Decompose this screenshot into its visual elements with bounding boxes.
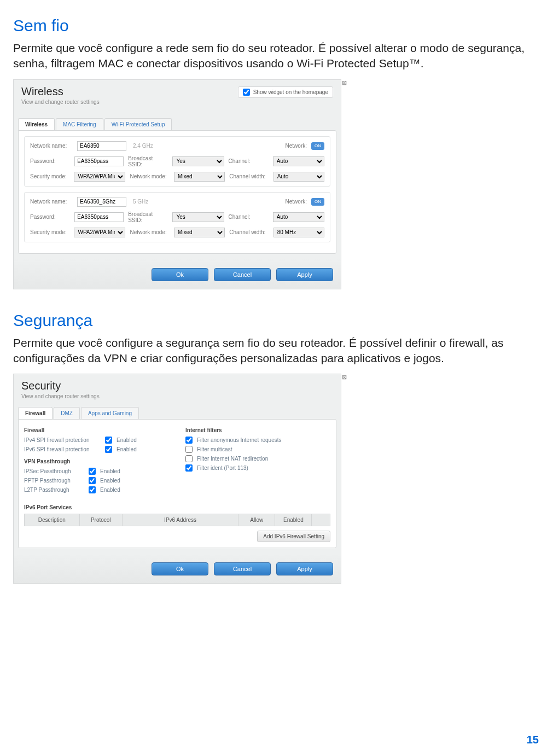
apply-button[interactable]: Apply xyxy=(276,562,333,575)
select-width-5[interactable]: 80 MHz xyxy=(273,228,324,237)
close-icon[interactable]: ⊠ xyxy=(342,79,348,86)
enabled-label: Enabled xyxy=(117,446,137,452)
tab-firewall[interactable]: Firewall xyxy=(18,407,53,419)
firewall-heading: Firewall xyxy=(24,427,169,433)
filter-multicast-label: Filter multicast xyxy=(197,446,232,452)
input-network-name-24[interactable] xyxy=(77,141,126,151)
section-desc-security: Permite que você configure a segurança s… xyxy=(13,335,540,367)
show-widget-input[interactable] xyxy=(243,89,250,96)
label-network-mode-5: Network mode: xyxy=(130,229,169,235)
vpn-ipsec-label: IPSec Passthrough xyxy=(24,468,84,474)
firewall-ipv6-checkbox[interactable] xyxy=(105,446,112,453)
col-description: Description xyxy=(25,514,80,526)
label-network-name-5: Network name: xyxy=(30,199,73,205)
tab-wireless[interactable]: Wireless xyxy=(18,118,55,130)
vpn-l2tp-checkbox[interactable] xyxy=(89,486,96,493)
label-password-5: Password: xyxy=(30,214,70,220)
label-channel: Channel: xyxy=(229,158,269,164)
label-network-5: Network: xyxy=(286,199,307,205)
label-channel-width: Channel width: xyxy=(229,173,269,179)
cancel-button[interactable]: Cancel xyxy=(214,562,271,575)
input-network-name-5[interactable] xyxy=(77,197,126,207)
show-widget-checkbox[interactable]: Show widget on the homepage xyxy=(238,86,333,98)
vpn-item-ipsec: IPSec Passthrough Enabled xyxy=(24,468,169,475)
enabled-label: Enabled xyxy=(100,468,120,474)
col-blank xyxy=(312,514,330,526)
firewall-ipv6-label: IPv6 SPI firewall protection xyxy=(24,446,101,452)
security-title: Security xyxy=(21,380,100,392)
col-protocol: Protocol xyxy=(79,514,122,526)
label-channel-width-5: Channel width: xyxy=(229,229,269,235)
section-heading-security: Segurança xyxy=(13,311,540,330)
col-allow: Allow xyxy=(238,514,275,526)
select-channel-24[interactable]: Auto xyxy=(273,156,324,166)
col-ipv6-address: IPv6 Address xyxy=(122,514,238,526)
input-password-24[interactable] xyxy=(74,156,124,166)
firewall-item-ipv6: IPv6 SPI firewall protection Enabled xyxy=(24,446,169,453)
enabled-label: Enabled xyxy=(100,487,120,493)
enabled-label: Enabled xyxy=(100,478,120,484)
filter-ident-label: Filter ident (Port 113) xyxy=(197,465,248,471)
filter-nat-checkbox[interactable] xyxy=(185,455,193,462)
select-mode-5[interactable]: Mixed xyxy=(174,228,225,237)
firewall-ipv4-label: IPv4 SPI firewall protection xyxy=(24,437,101,443)
vpn-ipsec-checkbox[interactable] xyxy=(89,468,96,475)
close-icon[interactable]: ⊠ xyxy=(342,374,348,380)
input-password-5[interactable] xyxy=(74,212,124,222)
tab-apps-gaming[interactable]: Apps and Gaming xyxy=(81,407,139,419)
security-subtitle: View and change router settings xyxy=(21,393,100,399)
select-broadcast-24[interactable]: Yes xyxy=(172,156,224,166)
band-5-label: 5 GHz xyxy=(133,199,160,205)
ipv6-table: Description Protocol IPv6 Address Allow … xyxy=(24,514,330,526)
vpn-l2tp-label: L2TP Passthrough xyxy=(24,487,84,493)
cancel-button[interactable]: Cancel xyxy=(214,268,271,281)
vpn-heading: VPN Passthrough xyxy=(24,458,169,464)
label-network-mode: Network mode: xyxy=(130,173,169,179)
select-broadcast-5[interactable]: Yes xyxy=(172,212,224,222)
col-enabled: Enabled xyxy=(275,514,312,526)
select-security-24[interactable]: WPA2/WPA Mixed Pers xyxy=(74,172,125,182)
vpn-pptp-checkbox[interactable] xyxy=(89,477,96,484)
internet-filter-nat: Filter Internet NAT redirection xyxy=(185,455,330,462)
filter-anon-checkbox[interactable] xyxy=(185,437,193,444)
select-channel-5[interactable]: Auto xyxy=(273,212,324,222)
vpn-pptp-label: PPTP Passthrough xyxy=(24,478,84,484)
label-network: Network: xyxy=(286,143,307,149)
vpn-item-l2tp: L2TP Passthrough Enabled xyxy=(24,486,169,493)
label-security-mode-5: Security mode: xyxy=(30,229,69,235)
label-broadcast: Broadcast SSID: xyxy=(128,155,168,167)
band-5-group: Network name: 5 GHz Network: ON Password… xyxy=(24,192,330,242)
section-desc-wireless: Permite que você configure a rede sem fi… xyxy=(13,40,540,72)
tab-dmz[interactable]: DMZ xyxy=(54,407,80,419)
add-ipv6-firewall-button[interactable]: Add IPv6 Firewall Setting xyxy=(257,531,330,542)
vpn-item-pptp: PPTP Passthrough Enabled xyxy=(24,477,169,484)
internet-filter-anon: Filter anonymous Internet requests xyxy=(185,437,330,444)
label-channel-5: Channel: xyxy=(229,214,269,220)
ipv6-services-heading: IPv6 Port Services xyxy=(24,504,330,510)
internet-filter-ident: Filter ident (Port 113) xyxy=(185,464,330,472)
ok-button[interactable]: Ok xyxy=(152,562,208,575)
label-password: Password: xyxy=(30,158,70,164)
band-24-label: 2.4 GHz xyxy=(133,143,160,149)
select-width-24[interactable]: Auto xyxy=(273,172,324,182)
toggle-network-5[interactable]: ON xyxy=(311,198,324,206)
internet-filter-multicast: Filter multicast xyxy=(185,446,330,453)
enabled-label: Enabled xyxy=(117,437,137,443)
tab-mac-filtering[interactable]: MAC Filtering xyxy=(56,118,103,130)
wireless-panel: ⊠ Wireless View and change router settin… xyxy=(13,79,341,289)
wireless-subtitle: View and change router settings xyxy=(21,99,100,105)
filter-ident-checkbox[interactable] xyxy=(185,464,193,472)
select-mode-24[interactable]: Mixed xyxy=(174,172,225,182)
filter-multicast-checkbox[interactable] xyxy=(185,446,193,453)
label-network-name: Network name: xyxy=(30,143,73,149)
ok-button[interactable]: Ok xyxy=(152,268,208,281)
firewall-ipv4-checkbox[interactable] xyxy=(105,437,112,444)
filter-anon-label: Filter anonymous Internet requests xyxy=(197,437,282,443)
show-widget-label: Show widget on the homepage xyxy=(253,89,328,95)
toggle-network-24[interactable]: ON xyxy=(311,142,324,150)
wireless-title: Wireless xyxy=(21,85,100,98)
apply-button[interactable]: Apply xyxy=(276,268,333,281)
tab-wps[interactable]: Wi-Fi Protected Setup xyxy=(104,118,172,130)
select-security-5[interactable]: WPA2/WPA Mixed Pers xyxy=(74,228,125,237)
section-heading-wireless: Sem fio xyxy=(13,16,540,35)
